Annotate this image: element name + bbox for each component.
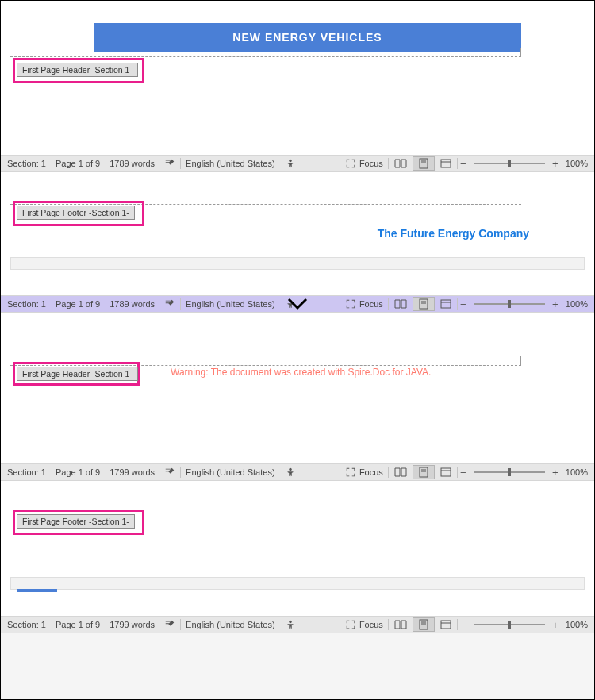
svg-rect-13: [420, 467, 428, 477]
status-words[interactable]: 1789 words: [105, 159, 159, 168]
print-layout-button[interactable]: [413, 156, 435, 171]
svg-rect-19: [420, 620, 428, 629]
proofing-icon[interactable]: [159, 619, 180, 630]
svg-rect-1: [420, 159, 428, 168]
zoom-slider[interactable]: [474, 163, 545, 164]
footer-section-label[interactable]: First Page Footer -Section 1-: [17, 206, 135, 220]
svg-point-18: [289, 621, 292, 624]
zoom-out-button[interactable]: −: [458, 298, 469, 310]
spire-warning-text: Warning: The document was created with S…: [171, 367, 431, 378]
zoom-in-button[interactable]: +: [550, 467, 561, 479]
zoom-percent[interactable]: 100%: [561, 159, 593, 168]
panel-header-1: NEW ENERGY VEHICLES First Page Header -S…: [1, 1, 594, 155]
web-layout-button[interactable]: [435, 617, 457, 632]
document-title: NEW ENERGY VEHICLES: [232, 31, 382, 44]
svg-point-0: [289, 160, 292, 163]
svg-rect-22: [441, 621, 451, 629]
zoom-out-button[interactable]: −: [458, 619, 469, 631]
read-mode-button[interactable]: [389, 156, 413, 171]
print-layout-button[interactable]: [413, 465, 435, 479]
print-layout-button[interactable]: [413, 297, 435, 311]
status-words[interactable]: 1799 words: [105, 620, 159, 629]
header-boundary-line: [10, 56, 521, 57]
svg-rect-16: [441, 468, 451, 476]
chevron-down-icon: [286, 296, 309, 312]
proofing-icon[interactable]: [159, 298, 180, 310]
zoom-percent[interactable]: 100%: [561, 620, 593, 629]
status-page[interactable]: Page 1 of 9: [51, 620, 105, 629]
read-mode-button[interactable]: [389, 617, 413, 632]
zoom-slider[interactable]: [474, 624, 545, 625]
status-section[interactable]: Section: 1: [2, 299, 51, 309]
status-page[interactable]: Page 1 of 9: [51, 299, 105, 309]
web-layout-button[interactable]: [435, 465, 457, 479]
status-language[interactable]: English (United States): [181, 620, 280, 629]
read-mode-button[interactable]: [389, 465, 413, 479]
zoom-slider[interactable]: [474, 303, 545, 305]
status-section[interactable]: Section: 1: [2, 159, 51, 168]
svg-rect-4: [441, 160, 451, 167]
zoom-percent[interactable]: 100%: [561, 467, 593, 477]
zoom-slider[interactable]: [474, 471, 545, 473]
focus-button[interactable]: Focus: [340, 467, 388, 478]
accessibility-icon[interactable]: [280, 467, 301, 478]
read-mode-button[interactable]: [389, 297, 413, 311]
focus-button[interactable]: Focus: [340, 158, 388, 169]
status-bar: Section: 1 Page 1 of 9 1799 words Englis…: [1, 616, 594, 633]
svg-point-12: [289, 468, 292, 471]
focus-button[interactable]: Focus: [340, 298, 388, 310]
focus-button[interactable]: Focus: [340, 619, 388, 630]
print-layout-button[interactable]: [413, 617, 435, 632]
panel-footer-1: First Page Footer -Section 1- The Future…: [1, 172, 594, 295]
status-section[interactable]: Section: 1: [2, 620, 51, 629]
web-layout-button[interactable]: [435, 297, 457, 311]
page-strip: [10, 577, 585, 590]
footer-section-label[interactable]: First Page Footer -Section 1-: [17, 514, 135, 529]
footer-boundary-line: [10, 513, 521, 513]
status-words[interactable]: 1799 words: [105, 467, 159, 477]
status-words[interactable]: 1789 words: [105, 299, 159, 309]
zoom-percent[interactable]: 100%: [561, 299, 593, 309]
web-layout-button[interactable]: [435, 156, 457, 171]
status-page[interactable]: Page 1 of 9: [51, 467, 105, 477]
zoom-in-button[interactable]: +: [550, 158, 561, 170]
header-section-label[interactable]: First Page Header -Section 1-: [17, 63, 138, 77]
zoom-out-button[interactable]: −: [458, 158, 469, 170]
accessibility-icon[interactable]: [280, 619, 301, 630]
accessibility-icon[interactable]: [280, 158, 301, 169]
status-language[interactable]: English (United States): [181, 467, 280, 477]
svg-rect-10: [441, 300, 451, 308]
footer-boundary-line: [10, 204, 521, 205]
zoom-out-button[interactable]: −: [458, 467, 469, 479]
panel-footer-2: First Page Footer -Section 1-: [1, 481, 594, 616]
status-bar: Section: 1 Page 1 of 9 1799 words Englis…: [1, 463, 594, 481]
status-page[interactable]: Page 1 of 9: [51, 159, 105, 168]
proofing-icon[interactable]: [159, 467, 180, 478]
panel-header-2: First Page Header -Section 1- Warning: T…: [1, 313, 594, 463]
status-section[interactable]: Section: 1: [2, 467, 51, 477]
header-boundary-line: [10, 365, 521, 366]
page-strip: [10, 257, 585, 270]
proofing-icon[interactable]: [159, 158, 180, 169]
document-title-banner: NEW ENERGY VEHICLES: [94, 23, 521, 52]
zoom-in-button[interactable]: +: [550, 298, 561, 310]
status-language[interactable]: English (United States): [181, 159, 280, 168]
header-section-label[interactable]: First Page Header -Section 1-: [17, 367, 138, 381]
svg-rect-7: [420, 299, 428, 309]
zoom-in-button[interactable]: +: [550, 619, 561, 631]
status-bar: Section: 1 Page 1 of 9 1789 words Englis…: [1, 155, 594, 172]
status-language[interactable]: English (United States): [181, 299, 280, 309]
